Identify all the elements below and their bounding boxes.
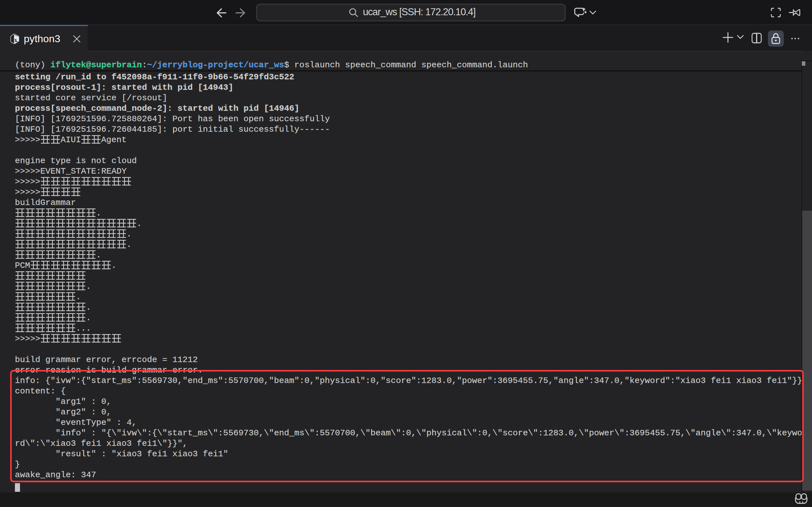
svg-text:$: $ [15,38,17,43]
